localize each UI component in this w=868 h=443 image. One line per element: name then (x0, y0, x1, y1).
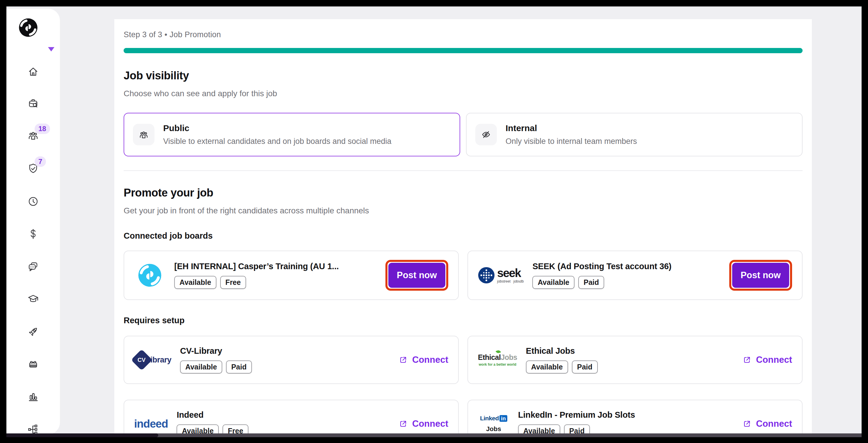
sidebar-item-payroll[interactable] (27, 227, 40, 241)
visibility-option-public[interactable]: Public Visible to external candidates an… (124, 113, 460, 157)
section-divider (124, 170, 803, 171)
linkedin-jobs-label: Jobs (480, 425, 507, 433)
sidebar-item-reports[interactable] (27, 390, 40, 403)
requires-setup-row-1: CV Library CV-Library Available Paid Con… (124, 336, 803, 384)
horizontal-scrollbar[interactable] (6, 434, 862, 437)
visibility-option-title: Public (163, 123, 392, 133)
board-card-indeed: indeed Indeed Available Free Connect (124, 400, 459, 437)
post-now-button[interactable]: Post now (732, 263, 789, 288)
chat-bubbles-icon (27, 260, 40, 273)
scrollbar-thumb[interactable] (6, 434, 158, 437)
external-link-icon (742, 355, 752, 365)
connect-label: Connect (756, 418, 792, 429)
connect-link[interactable]: Connect (398, 418, 448, 429)
clock-icon (27, 195, 40, 208)
connect-link[interactable]: Connect (742, 354, 792, 365)
approvals-count-badge: 7 (35, 157, 46, 167)
home-icon (27, 65, 40, 78)
bar-chart-icon (27, 390, 40, 403)
connect-link[interactable]: Connect (742, 418, 792, 429)
ethical-wordmark: Ethical (478, 353, 501, 361)
step-indicator: Step 3 of 3 • Job Promotion (124, 30, 803, 39)
progress-bar-fill (124, 48, 803, 53)
board-title: Indeed (177, 410, 390, 420)
visibility-option-title: Internal (505, 123, 637, 133)
sidebar-item-learning[interactable] (27, 293, 40, 306)
board-card-cv-library: CV Library CV-Library Available Paid Con… (124, 336, 459, 384)
connected-boards-row: [EH INTERNAL] Casper’s Training (AU 1...… (124, 250, 803, 300)
status-badge: Available (174, 276, 216, 289)
post-now-button[interactable]: Post now (388, 263, 445, 288)
board-title: Ethical Jobs (526, 346, 733, 356)
seek-logo: seek jobstreet jobsdb (478, 267, 524, 284)
rocket-icon (27, 325, 40, 338)
status-badge: Available (526, 361, 568, 374)
connect-label: Connect (412, 354, 448, 365)
sidebar: 18 7 (6, 9, 60, 434)
sidebar-item-home[interactable] (27, 65, 40, 78)
chevron-down-icon (48, 47, 54, 52)
graduation-cap-icon (27, 293, 40, 306)
status-badge: Available (180, 361, 222, 374)
employment-hero-board-logo (134, 263, 165, 287)
sidebar-item-messages[interactable] (27, 260, 40, 273)
ethical-tagline: work for a better world (478, 363, 517, 367)
org-switcher[interactable] (19, 18, 45, 44)
eye-off-icon (475, 124, 497, 145)
pricing-badge: Free (220, 276, 246, 289)
annotation-highlight: Post now (385, 260, 448, 291)
connected-boards-heading: Connected job boards (124, 231, 803, 241)
linkedin-logo: Linked in Jobs (478, 415, 509, 433)
pricing-badge: Paid (578, 276, 604, 289)
connect-link[interactable]: Connect (398, 354, 448, 365)
app-window: 18 7 (6, 6, 862, 437)
visibility-option-description: Visible to external candidates and on jo… (163, 137, 392, 146)
pricing-badge: Paid (226, 361, 252, 374)
ethical-jobs-logo: EthicalJobs work for a better world (478, 353, 517, 367)
briefcase-search-icon (27, 97, 40, 110)
status-badge: Available (532, 276, 575, 289)
board-card-linkedin: Linked in Jobs LinkedIn - Premium Job Sl… (467, 400, 803, 437)
board-card-ethical-jobs: EthicalJobs work for a better world Ethi… (467, 336, 803, 384)
employment-hero-logo-icon (19, 18, 38, 37)
board-title: SEEK (Ad Posting Test account 36) (532, 262, 720, 271)
external-link-icon (398, 419, 408, 429)
requires-setup-row-2: indeed Indeed Available Free Connect (124, 400, 803, 437)
cv-library-cv-mark: CV (137, 356, 146, 363)
seek-wordmark: seek (497, 267, 524, 279)
seek-sub-brand: jobstreet (497, 279, 510, 283)
sidebar-item-approvals[interactable]: 7 (27, 162, 40, 175)
connect-label: Connect (412, 418, 448, 429)
sidebar-item-timesheets[interactable] (27, 195, 40, 208)
public-icon (133, 124, 154, 145)
requires-setup-heading: Requires setup (124, 316, 803, 325)
sidebar-item-recruitment[interactable] (27, 97, 40, 110)
visibility-options: Public Visible to external candidates an… (124, 113, 803, 157)
dollar-icon (27, 227, 40, 241)
external-link-icon (398, 355, 408, 365)
board-title: LinkedIn - Premium Job Slots (518, 410, 733, 420)
sidebar-item-candidates[interactable]: 18 (27, 129, 40, 142)
job-visibility-title: Job visibility (124, 69, 803, 82)
sidebar-item-benefits[interactable] (27, 357, 40, 371)
visibility-option-description: Only visible to internal team members (505, 137, 637, 146)
indeed-logo: indeed (134, 418, 168, 430)
indeed-wordmark: indeed (134, 418, 168, 430)
external-link-icon (742, 419, 752, 429)
board-card-eh-internal: [EH INTERNAL] Casper’s Training (AU 1...… (124, 250, 459, 300)
progress-bar (124, 48, 803, 53)
pricing-badge: Paid (572, 361, 598, 374)
promote-title: Promote your job (124, 186, 803, 199)
seek-starburst-icon (478, 267, 495, 284)
linkedin-in-mark: in (499, 415, 507, 422)
board-title: CV-Library (180, 346, 390, 356)
job-visibility-subtitle: Choose who can see and apply for this jo… (124, 89, 803, 98)
visibility-option-internal[interactable]: Internal Only visible to internal team m… (466, 113, 803, 157)
promote-subtitle: Get your job in front of the right candi… (124, 206, 803, 215)
gift-box-icon (27, 357, 40, 371)
sidebar-item-onboarding[interactable] (27, 325, 40, 338)
connect-label: Connect (756, 354, 792, 365)
cv-library-logo: CV Library (134, 352, 171, 367)
seek-sub-brand: jobsdb (514, 279, 524, 283)
candidates-count-badge: 18 (35, 124, 50, 134)
